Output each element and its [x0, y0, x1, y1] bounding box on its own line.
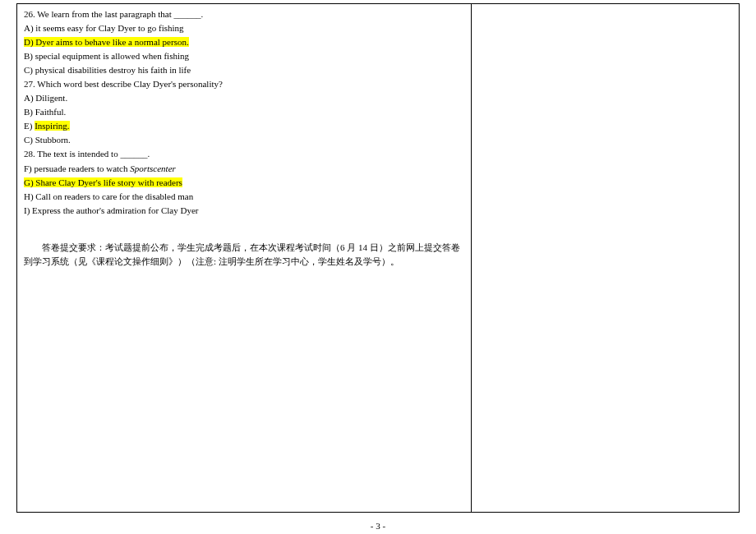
q26-option-c: C) physical disabilities destroy his fai…	[24, 63, 464, 77]
q28-option-g: G) Share Clay Dyer's life story with rea…	[24, 176, 464, 190]
q27-text: 27. Which word best describe Clay Dyer's…	[24, 77, 464, 91]
highlight-answer: D) Dyer aims to behave like a normal per…	[24, 37, 189, 47]
q26-text: 26. We learn from the last paragraph tha…	[24, 7, 464, 21]
q26-option-d: D) Dyer aims to behave like a normal per…	[24, 35, 464, 49]
q27-option-e: E) Inspiring.	[24, 119, 464, 133]
q27-option-b: B) Faithful.	[24, 105, 464, 119]
q28-f-italic: Sportscenter	[130, 163, 176, 173]
q28-option-h: H) Call on readers to care for the disab…	[24, 190, 464, 204]
q28-text: 28. The text is intended to ______.	[24, 147, 464, 161]
q26-option-a: A) it seems easy for Clay Dyer to go fis…	[24, 21, 464, 35]
page-number: - 3 -	[0, 521, 756, 531]
q28-option-f: F) persuade readers to watch Sportscente…	[24, 162, 464, 176]
highlight-answer: Inspiring.	[35, 121, 69, 131]
submission-instructions: 答卷提交要求：考试题提前公布，学生完成考题后，在本次课程考试时间（6 月 14 …	[24, 241, 464, 269]
right-column	[472, 4, 739, 512]
page-container: 26. We learn from the last paragraph tha…	[16, 3, 740, 513]
highlight-answer: G) Share Clay Dyer's life story with rea…	[24, 177, 182, 187]
q27-option-c: C) Stubborn.	[24, 133, 464, 147]
q26-option-b: B) special equipment is allowed when fis…	[24, 49, 464, 63]
q28-f-prefix: F) persuade readers to watch	[24, 163, 130, 173]
left-column: 26. We learn from the last paragraph tha…	[17, 4, 472, 512]
q28-option-i: I) Express the author's admiration for C…	[24, 204, 464, 218]
q27-option-a: A) Diligent.	[24, 91, 464, 105]
